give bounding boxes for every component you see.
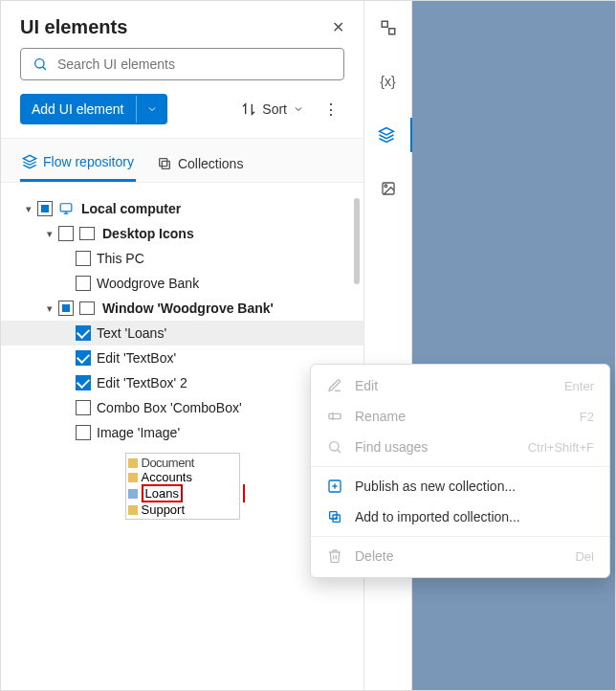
ctx-label: Add to imported collection...: [355, 509, 594, 524]
ctx-label: Find usages: [355, 439, 517, 455]
ctx-label: Edit: [355, 378, 553, 393]
node-label: Desktop Icons: [102, 226, 194, 241]
node-label: Local computer: [81, 201, 181, 216]
checkbox[interactable]: [76, 350, 91, 366]
separator: [311, 536, 609, 537]
ctx-rename[interactable]: Rename F2: [311, 401, 609, 432]
node-label: Woodgrove Bank: [97, 276, 199, 291]
search-input[interactable]: [20, 48, 344, 80]
search-icon: [326, 439, 343, 455]
ctx-label: Publish as new collection...: [355, 479, 594, 494]
plus-square-icon: [326, 479, 343, 494]
rail-ui-elements-icon[interactable]: [365, 118, 413, 152]
rail-variables-icon[interactable]: {x}: [369, 64, 407, 99]
chevron-down-icon: [293, 103, 304, 115]
ctx-shortcut: Ctrl+Shift+F: [528, 440, 594, 455]
tab-flow-repository[interactable]: Flow repository: [20, 148, 136, 182]
ctx-label: Delete: [355, 548, 563, 564]
add-ui-element-label: Add UI element: [20, 94, 136, 124]
element-preview: Document Accounts Loans Support: [125, 453, 240, 520]
window-icon: [79, 227, 95, 240]
rail-images-icon[interactable]: [369, 171, 407, 206]
svg-line-1: [43, 67, 46, 70]
chevron-down-icon[interactable]: ▾: [41, 228, 58, 240]
checkbox[interactable]: [76, 251, 91, 266]
ctx-publish-collection[interactable]: Publish as new collection...: [311, 471, 609, 502]
svg-rect-9: [388, 29, 394, 34]
ctx-edit[interactable]: Edit Enter: [311, 370, 609, 401]
context-menu: Edit Enter Rename F2 Find usages Ctrl+Sh…: [310, 364, 610, 578]
svg-rect-13: [329, 413, 341, 418]
backdrop: [412, 1, 615, 690]
checkbox[interactable]: [76, 325, 91, 341]
svg-point-0: [35, 59, 44, 68]
node-label: Image 'Image': [97, 425, 180, 440]
rail-copilot-icon[interactable]: [369, 11, 407, 45]
tree-node-desktop-icons[interactable]: ▾ Desktop Icons: [1, 221, 363, 246]
window-icon: [79, 301, 95, 315]
tab-label: Collections: [178, 156, 243, 171]
chevron-down-icon[interactable]: ▾: [20, 203, 37, 215]
svg-marker-10: [380, 128, 394, 136]
node-label: This PC: [97, 251, 144, 266]
checkbox[interactable]: [37, 201, 53, 216]
svg-rect-3: [160, 158, 167, 166]
rename-icon: [326, 409, 343, 424]
tab-collections[interactable]: Collections: [155, 148, 245, 182]
layers-icon: [22, 154, 37, 169]
checkbox[interactable]: [76, 425, 91, 440]
add-collection-icon: [326, 509, 343, 524]
panel-title: UI elements: [20, 16, 127, 38]
close-icon[interactable]: ✕: [332, 18, 344, 36]
search-field[interactable]: [57, 56, 332, 72]
ctx-delete[interactable]: Delete Del: [311, 541, 609, 571]
svg-marker-2: [23, 155, 35, 162]
tab-label: Flow repository: [43, 154, 134, 169]
node-label: Window 'Woodgrove Bank': [102, 301, 274, 316]
svg-point-12: [385, 185, 387, 188]
node-label: Edit 'TextBox': [97, 350, 176, 366]
more-options-button[interactable]: ⋮: [316, 97, 346, 123]
node-label: Combo Box 'ComboBox': [97, 400, 242, 415]
add-ui-element-button[interactable]: Add UI element: [20, 94, 167, 124]
tree-node-window-woodgrove[interactable]: ▾ Window 'Woodgrove Bank': [1, 296, 363, 321]
svg-line-16: [338, 450, 341, 453]
checkbox[interactable]: [76, 375, 91, 390]
svg-rect-4: [162, 161, 169, 168]
checkbox[interactable]: [76, 276, 91, 291]
ctx-label: Rename: [355, 409, 568, 424]
tree-node-this-pc[interactable]: This PC: [1, 246, 363, 271]
tree-node-woodgrove-bank[interactable]: Woodgrove Bank: [1, 271, 363, 296]
svg-rect-5: [60, 204, 72, 212]
node-label: Text 'Loans': [97, 325, 166, 341]
add-ui-element-dropdown[interactable]: [136, 96, 167, 123]
tree-node-text-loans[interactable]: Text 'Loans': [1, 321, 363, 346]
separator: [311, 466, 609, 467]
monitor-icon: [58, 202, 74, 215]
ctx-add-to-collection[interactable]: Add to imported collection...: [311, 502, 609, 532]
scrollbar[interactable]: [354, 198, 360, 284]
collections-icon: [157, 156, 172, 171]
search-icon: [33, 56, 48, 72]
checkbox[interactable]: [58, 301, 74, 316]
svg-point-15: [330, 442, 339, 451]
checkbox[interactable]: [76, 400, 91, 415]
sort-label: Sort: [262, 101, 287, 117]
ctx-shortcut: Enter: [564, 379, 594, 393]
checkbox[interactable]: [58, 226, 74, 241]
svg-rect-8: [382, 21, 387, 27]
sort-icon: [241, 101, 256, 117]
trash-icon: [326, 548, 343, 564]
chevron-down-icon[interactable]: ▾: [41, 302, 58, 315]
edit-icon: [326, 378, 343, 393]
node-label: Edit 'TextBox' 2: [97, 375, 187, 390]
tree-node-edit-textbox[interactable]: Edit 'TextBox': [1, 346, 363, 370]
tree-node-local-computer[interactable]: ▾ Local computer: [1, 196, 363, 221]
ctx-find-usages[interactable]: Find usages Ctrl+Shift+F: [311, 432, 609, 462]
ctx-shortcut: F2: [580, 410, 594, 424]
sort-button[interactable]: Sort: [237, 98, 308, 121]
ctx-shortcut: Del: [575, 549, 594, 564]
